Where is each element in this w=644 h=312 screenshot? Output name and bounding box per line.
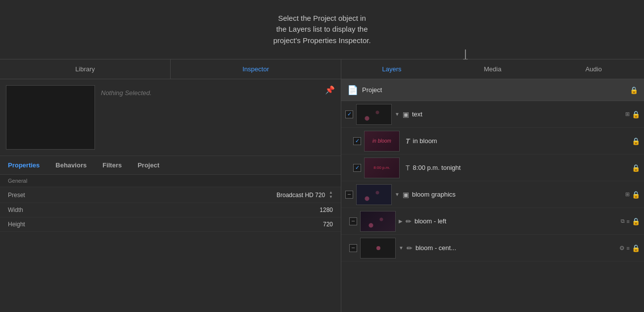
layer-actions-bloomcenter: ⚙ ≡ 🔒 [619, 244, 640, 252]
layer-checkbox-text[interactable] [345, 110, 353, 118]
right-tab-bar: Layers Media Audio [341, 59, 644, 79]
list-item[interactable]: ▼ ▣ text ⊞ 🔒 [341, 101, 644, 128]
nothing-selected-label: Nothing Selected. [101, 89, 319, 97]
layer-actions-bloomgraphics: ⊞ 🔒 [625, 191, 640, 199]
expand-icon-text[interactable]: ▼ [395, 111, 400, 117]
preview-area: Nothing Selected. 📌 [0, 79, 341, 156]
layer-name-bloomcenter: bloom - cent... [415, 244, 616, 252]
preset-label: Preset [8, 192, 67, 199]
expand-icon-bloomleft[interactable]: ▶ [399, 218, 403, 224]
layer-actions-text: ⊞ 🔒 [625, 110, 640, 118]
type-icon-bloomgraphics: ▣ [403, 191, 409, 199]
layer-thumbnail-bloomgraphics [356, 184, 392, 205]
layer-thumbnail-8pm: 8:00 p.m. [364, 157, 400, 178]
tab-audio[interactable]: Audio [543, 59, 644, 79]
project-lock-icon[interactable]: 🔒 [630, 86, 638, 94]
expand-icon-bloomgraphics[interactable]: ▼ [395, 192, 400, 197]
section-general-header: General [0, 175, 341, 187]
lock-icon-inbloom[interactable]: 🔒 [632, 137, 640, 145]
tooltip-arrow [465, 50, 466, 59]
type-icon-inbloom: T [406, 137, 410, 145]
layer-checkbox-bloomleft[interactable] [349, 217, 357, 225]
right-panel: Layers Media Audio 📄 Project 🔒 [341, 59, 644, 312]
list-item[interactable]: in bloom T in bloom 🔒 [341, 128, 644, 155]
top-tab-bar: Library Inspector [0, 59, 341, 79]
stack-icon-text[interactable]: ⊞ [625, 111, 630, 117]
project-row[interactable]: 📄 Project 🔒 [341, 79, 644, 101]
type-icon-bloomcenter: ✏ [407, 244, 413, 252]
width-label: Width [8, 207, 67, 213]
layer-thumbnail-bloomleft [360, 211, 396, 232]
preset-stepper[interactable]: ▲▼ [329, 191, 333, 199]
tab-inspector[interactable]: Inspector [171, 59, 341, 79]
preview-thumbnail [6, 85, 95, 150]
layer-thumbnail-bloomcenter [360, 238, 396, 259]
lock-icon-bloomcenter[interactable]: 🔒 [632, 244, 640, 252]
stack-icon-bloomleft[interactable]: ≡ [627, 218, 630, 224]
project-label: Project [362, 86, 626, 94]
expand-icon-bloomcenter[interactable]: ▼ [399, 245, 404, 251]
layer-actions-inbloom: 🔒 [632, 137, 640, 145]
list-item[interactable]: ▼ ▣ bloom graphics ⊞ 🔒 [341, 181, 644, 208]
lock-icon-8pm[interactable]: 🔒 [632, 164, 640, 172]
layer-checkbox-bloomcenter[interactable] [349, 244, 357, 252]
list-item[interactable]: ▶ ✏ bloom - left ⧉ ≡ 🔒 [341, 208, 644, 235]
layer-actions-8pm: 🔒 [632, 164, 640, 172]
type-icon-bloomleft: ✏ [406, 217, 412, 225]
property-row-height: Height 720 [0, 217, 341, 232]
lock-icon-text[interactable]: 🔒 [632, 110, 640, 118]
tab-layers[interactable]: Layers [341, 59, 442, 79]
layer-name-text: text [412, 110, 622, 118]
height-value: 720 [67, 221, 333, 228]
stack-icon-bloomcenter[interactable]: ≡ [627, 245, 630, 251]
pin-icon[interactable]: 📌 [325, 85, 335, 95]
lock-icon-bloomleft[interactable]: 🔒 [632, 217, 640, 225]
tooltip-area: Select the Project object inthe Layers l… [0, 0, 644, 59]
lock-icon-bloomgraphics[interactable]: 🔒 [632, 191, 640, 199]
type-icon-8pm: T [406, 164, 410, 172]
layer-name-8pm: 8:00 p.m. tonight [413, 164, 629, 171]
layer-name-bloomgraphics: bloom graphics [412, 191, 622, 198]
property-row-preset: Preset Broadcast HD 720 ▲▼ [0, 187, 341, 203]
tooltip-text: Select the Project object inthe Layers l… [273, 13, 370, 47]
layer-checkbox-8pm[interactable] [353, 164, 361, 172]
properties-content: General Preset Broadcast HD 720 ▲▼ Width… [0, 175, 341, 312]
type-icon-text: ▣ [403, 110, 409, 118]
gear-icon-bloomcenter[interactable]: ⚙ [619, 245, 625, 252]
width-value: 1280 [67, 207, 333, 213]
layer-checkbox-bloomgraphics[interactable] [345, 191, 353, 199]
height-label: Height [8, 221, 67, 228]
left-panel: Library Inspector Nothing Selected. 📌 Pr… [0, 59, 341, 312]
property-row-width: Width 1280 [0, 203, 341, 217]
sub-tab-properties[interactable]: Properties [4, 159, 44, 171]
sub-tab-filters[interactable]: Filters [98, 159, 126, 171]
tab-media[interactable]: Media [442, 59, 543, 79]
stack-icon-bloomgraphics[interactable]: ⊞ [625, 191, 630, 198]
layer-name-bloomleft: bloom - left [414, 217, 618, 225]
list-item[interactable]: 8:00 p.m. T 8:00 p.m. tonight 🔒 [341, 155, 644, 181]
layer-name-inbloom: in bloom [413, 137, 629, 145]
layer-thumbnail-inbloom: in bloom [364, 131, 400, 152]
sub-tab-project[interactable]: Project [134, 159, 163, 171]
project-file-icon: 📄 [347, 85, 358, 96]
layers-list: 📄 Project 🔒 ▼ ▣ text ⊞ 🔒 [341, 79, 644, 312]
layer-actions-bloomleft: ⧉ ≡ 🔒 [621, 217, 640, 225]
main-content: Library Inspector Nothing Selected. 📌 Pr… [0, 59, 644, 312]
layer-thumbnail-text [356, 104, 392, 125]
sub-tab-behaviors[interactable]: Behaviors [51, 159, 91, 171]
layer-checkbox-inbloom[interactable] [353, 137, 361, 145]
copy-icon-bloomleft[interactable]: ⧉ [621, 218, 625, 224]
sub-tab-bar: Properties Behaviors Filters Project [0, 156, 341, 175]
preset-value: Broadcast HD 720 ▲▼ [67, 191, 333, 199]
list-item[interactable]: ▼ ✏ bloom - cent... ⚙ ≡ 🔒 [341, 235, 644, 261]
tab-library[interactable]: Library [0, 59, 171, 79]
